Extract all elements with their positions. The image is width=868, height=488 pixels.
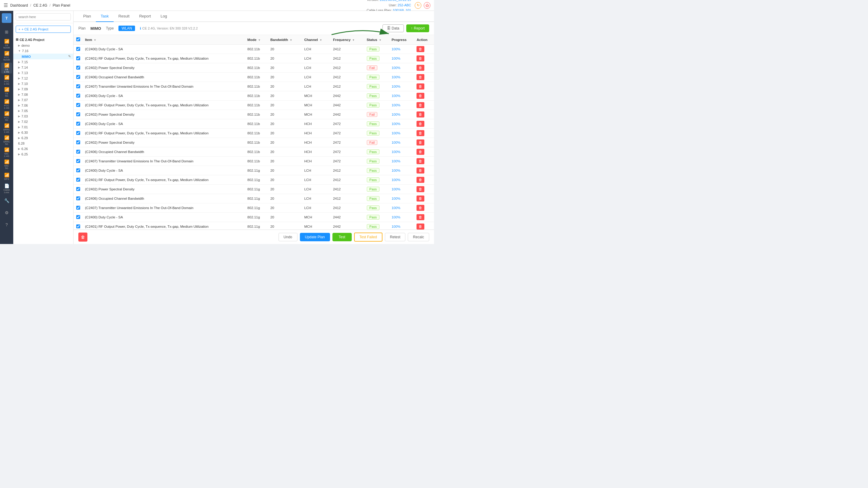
tree-item-702[interactable]: ▶ 7.02 (13, 119, 73, 124)
tree-item-628[interactable]: 6.28 (13, 141, 73, 146)
row-delete-button[interactable]: 🗑 (416, 139, 424, 145)
tree-item-710[interactable]: ▶ 7.10 (13, 81, 73, 87)
sidebar-item-tools[interactable]: 🔧 (1, 195, 12, 206)
sidebar-item-fcc5g[interactable]: 📶 FCC5G (1, 111, 12, 122)
sidebar-item-ce24g[interactable]: 📶 CE2.4G (1, 63, 12, 73)
col-progress[interactable]: Progress (389, 35, 414, 44)
tree-item-626[interactable]: ▶ 6.26 (13, 146, 73, 152)
row-checkbox[interactable] (76, 140, 80, 144)
bottom-delete-button[interactable]: 🗑 (79, 233, 87, 241)
tree-item-629[interactable]: ▶ 6.29 (13, 135, 73, 141)
tree-item-630[interactable]: ▶ 6.30 (13, 130, 73, 135)
row-checkbox[interactable] (76, 56, 80, 60)
row-delete-button[interactable]: 🗑 (416, 167, 424, 173)
row-delete-button[interactable]: 🗑 (416, 56, 424, 61)
row-delete-button[interactable]: 🗑 (416, 149, 424, 155)
sidebar-item-ce5gnr[interactable]: 📶 CE5GNR (1, 38, 12, 50)
row-delete-button[interactable]: 🗑 (416, 111, 424, 118)
search-input[interactable] (16, 13, 71, 21)
row-checkbox[interactable] (76, 187, 80, 191)
add-project-button[interactable]: + + CE 2.4G Project (16, 26, 71, 33)
test-button[interactable]: Test (333, 233, 352, 241)
tree-item-715[interactable]: ▶ 7.15 (13, 59, 73, 65)
test-failed-button[interactable]: Test Failed (354, 233, 382, 241)
refresh-icon[interactable]: ↻ (415, 2, 421, 9)
row-delete-button[interactable]: 🗑 (416, 177, 424, 183)
tree-item-703[interactable]: ▶ 7.03 (13, 113, 73, 119)
tree-item-706[interactable]: ▶ 7.06 (13, 103, 73, 108)
power-icon[interactable]: ⏻ (424, 2, 430, 9)
breadcrumb-dashboard[interactable]: Dashboard (10, 3, 28, 7)
tree-item-713[interactable]: ▶ 7.13 (13, 70, 73, 76)
row-checkbox[interactable] (76, 122, 80, 126)
sidebar-item-fcc24g2[interactable]: 📶 FCC2.4G (1, 99, 12, 110)
row-checkbox[interactable] (76, 168, 80, 172)
breadcrumb-ce24g[interactable]: CE 2.4G (33, 3, 47, 7)
row-delete-button[interactable]: 🗑 (416, 93, 424, 99)
sidebar-item-fcc24g[interactable]: 📶 FCC2.4G (1, 75, 12, 86)
report-button[interactable]: ↑ Report (406, 24, 429, 32)
tree-item-712[interactable]: ▶ 7.12 (13, 76, 73, 81)
sidebar-item-settings[interactable]: ⚙ (1, 207, 12, 218)
tree-item-707[interactable]: ▶ 7.07 (13, 97, 73, 103)
row-checkbox[interactable] (76, 196, 80, 200)
menu-icon[interactable]: ☰ (4, 2, 8, 8)
tab-task[interactable]: Task (96, 11, 114, 22)
tree-item-708[interactable]: ▶ 7.08 (13, 92, 73, 97)
row-delete-button[interactable]: 🗑 (416, 121, 424, 127)
tree-item-705[interactable]: ▶ 7.05 (13, 108, 73, 113)
row-delete-button[interactable]: 🗑 (416, 74, 424, 80)
version-value[interactable]: 2021.08.06_16.22.19 (380, 0, 411, 1)
row-delete-button[interactable]: 🗑 (416, 224, 424, 230)
col-mode[interactable]: Mode ▼ (245, 35, 268, 44)
sidebar-item-ce5g[interactable]: 📶 CE5G (1, 87, 12, 98)
retest-button[interactable]: Retest (385, 233, 406, 241)
sidebar-item-mic24g[interactable]: 📶 MIC2.4G (1, 147, 12, 158)
recalc-button[interactable]: Recalc (408, 233, 429, 241)
row-delete-button[interactable]: 🗑 (416, 84, 424, 90)
tree-item-714[interactable]: ▶ 7.14 (13, 65, 73, 70)
row-delete-button[interactable]: 🗑 (416, 46, 424, 52)
row-checkbox[interactable] (76, 75, 80, 79)
sidebar-item-home[interactable]: ⊞ (1, 27, 12, 37)
tree-item-701[interactable]: ▶ 7.01 (13, 124, 73, 130)
row-checkbox[interactable] (76, 215, 80, 219)
sidebar-item-cable-loss[interactable]: 📄 CableLoss (1, 183, 12, 194)
sidebar-item-srrc24g[interactable]: 📶 SRRC2.4G (1, 123, 12, 134)
row-checkbox[interactable] (76, 112, 80, 116)
data-button[interactable]: 🗄 Data (382, 24, 404, 32)
select-all-checkbox[interactable] (76, 37, 80, 41)
row-delete-button[interactable]: 🗑 (416, 214, 424, 220)
tab-plan[interactable]: Plan (79, 11, 96, 22)
row-checkbox[interactable] (76, 131, 80, 135)
row-delete-button[interactable]: 🗑 (416, 205, 424, 211)
tree-item-716[interactable]: ▼ 7.16 (13, 48, 73, 54)
col-item[interactable]: Item ▼ (83, 35, 245, 44)
tab-result[interactable]: Result (114, 11, 134, 22)
tree-item-709[interactable]: ▶ 7.09 (13, 87, 73, 92)
sidebar-item-mic5g[interactable]: 📶 MIC5G (1, 159, 12, 170)
row-checkbox[interactable] (76, 66, 80, 70)
row-delete-button[interactable]: 🗑 (416, 195, 424, 201)
tab-log[interactable]: Log (156, 11, 172, 22)
row-checkbox[interactable] (76, 150, 80, 154)
row-delete-button[interactable]: 🗑 (416, 65, 424, 71)
tree-item-625[interactable]: ▶ 6.25 (13, 152, 73, 157)
tree-item-demo[interactable]: ▶ demo (13, 43, 73, 48)
row-checkbox[interactable] (76, 206, 80, 210)
row-checkbox[interactable] (76, 178, 80, 182)
col-frequency[interactable]: Frequency ▼ (331, 35, 364, 44)
row-checkbox[interactable] (76, 159, 80, 163)
undo-button[interactable]: Undo (278, 233, 298, 241)
sidebar-item-srrc5g[interactable]: 📶 SRRC5G (1, 135, 12, 146)
sidebar-item-help[interactable]: ? (1, 219, 12, 230)
sidebar-item-dfs[interactable]: 📶 DFS (1, 171, 12, 182)
row-checkbox[interactable] (76, 103, 80, 107)
row-checkbox[interactable] (76, 47, 80, 51)
update-plan-button[interactable]: Update Plan (300, 233, 330, 241)
row-delete-button[interactable]: 🗑 (416, 186, 424, 192)
tree-section-ce24g[interactable]: ⊞ CE 2.4G Project (13, 36, 73, 43)
col-channel[interactable]: Channel ▼ (302, 35, 330, 44)
row-delete-button[interactable]: 🗑 (416, 158, 424, 164)
row-checkbox[interactable] (76, 94, 80, 98)
